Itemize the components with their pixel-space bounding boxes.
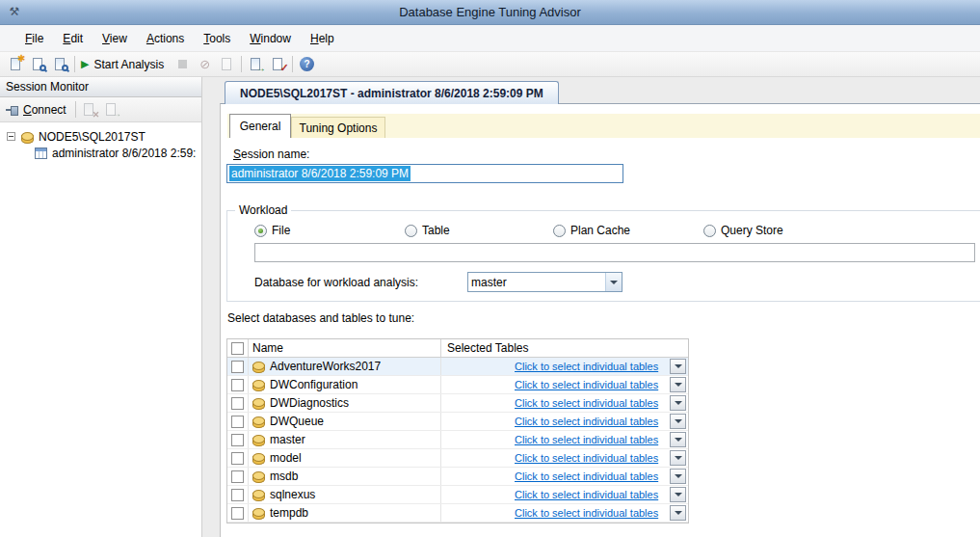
chevron-down-icon — [675, 364, 682, 368]
database-combo-dropdown-button[interactable] — [605, 273, 622, 291]
window-title: Database Engine Tuning Advisor — [0, 0, 980, 24]
menu-help[interactable]: Help — [301, 27, 344, 50]
select-tables-link[interactable]: Click to select individual tables — [515, 452, 668, 464]
tables-dropdown-button[interactable] — [670, 487, 686, 502]
tab-general[interactable]: General — [229, 114, 291, 138]
tree-root-item[interactable]: NODE5\SQL2017ST — [0, 128, 201, 145]
select-tables-link[interactable]: Click to select individual tables — [515, 489, 668, 500]
main-toolbar: ✱ ▶ Start Analysis ⊘ → ✓ ? — [0, 52, 980, 77]
radio-table[interactable]: Table — [405, 224, 450, 237]
connect-button[interactable]: Connect — [3, 99, 72, 121]
connect-label: Connect — [23, 103, 66, 117]
tables-dropdown-button[interactable] — [670, 414, 686, 429]
database-icon — [252, 415, 265, 428]
open-session-button[interactable] — [49, 54, 71, 75]
tables-dropdown-button[interactable] — [670, 505, 686, 521]
select-tables-link[interactable]: Click to select individual tables — [515, 397, 668, 409]
database-name: model — [270, 451, 302, 465]
dta-window: { "colors": { "title_bar": "#93b1d4", "t… — [0, 0, 980, 537]
tables-dropdown-button[interactable] — [670, 395, 686, 411]
database-icon — [252, 506, 265, 520]
open-workload-button[interactable] — [27, 54, 49, 75]
toolbar-separator — [292, 56, 293, 72]
select-tables-link[interactable]: Click to select individual tables — [515, 507, 668, 519]
row-checkbox[interactable] — [231, 470, 244, 483]
toolbar-separator — [75, 101, 76, 118]
database-name: sqlnexus — [270, 488, 315, 501]
database-icon — [252, 396, 265, 410]
save-session-icon — [220, 57, 235, 72]
tree-session-item[interactable]: administrator 8/6/2018 2:59: — [0, 145, 201, 161]
database-for-analysis-label: Database for workload analysis: — [254, 276, 418, 289]
apply-recommendations-button[interactable]: ✓ — [267, 54, 289, 75]
session-name-tree-label: administrator 8/6/2018 2:59: — [52, 147, 196, 160]
stop-session-icon: ✕ — [82, 102, 97, 118]
session-document-tab[interactable]: NODE5\SQL2017ST - administrator 8/6/2018… — [225, 81, 559, 104]
chevron-down-icon — [675, 456, 682, 460]
row-checkbox[interactable] — [231, 489, 244, 501]
tab-tuning-options[interactable]: Tuning Options — [291, 117, 385, 138]
databases-table: Name Selected Tables AdventureWorks2017 … — [226, 338, 689, 524]
tables-dropdown-button[interactable] — [670, 359, 686, 374]
open-workload-icon — [31, 57, 46, 72]
radio-plan-cache[interactable]: Plan Cache — [553, 224, 630, 237]
chevron-down-icon — [675, 474, 682, 478]
database-icon — [252, 378, 265, 391]
table-row: model Click to select individual tables — [227, 449, 688, 468]
radio-query-store[interactable]: Query Store — [703, 224, 783, 237]
menu-window[interactable]: Window — [240, 27, 301, 50]
database-name: msdb — [270, 470, 298, 483]
select-tables-link[interactable]: Click to select individual tables — [515, 470, 668, 482]
stop-session-button: ✕ — [79, 99, 101, 121]
database-combo-value: master — [468, 276, 605, 289]
select-all-checkbox[interactable] — [231, 342, 244, 355]
database-name: DWConfiguration — [270, 378, 358, 391]
table-row: sqlnexus Click to select individual tabl… — [227, 486, 688, 504]
menu-view[interactable]: View — [93, 27, 137, 50]
new-session-icon: ✱ — [9, 57, 24, 72]
database-combo[interactable]: master — [467, 272, 622, 292]
menu-file[interactable]: File — [15, 27, 53, 50]
radio-unselected-icon — [703, 225, 716, 237]
row-checkbox[interactable] — [231, 397, 244, 410]
new-session-button[interactable]: ✱ — [5, 54, 27, 75]
session-name-input[interactable]: administrator 8/6/2018 2:59:09 PM — [226, 164, 623, 183]
tables-dropdown-button[interactable] — [670, 377, 686, 392]
tables-dropdown-button[interactable] — [670, 469, 686, 484]
chevron-down-icon — [675, 401, 682, 405]
row-checkbox[interactable] — [231, 507, 244, 520]
help-button[interactable]: ? — [296, 54, 318, 75]
import-session-button[interactable]: → — [245, 54, 267, 75]
select-tables-link[interactable]: Click to select individual tables — [515, 361, 668, 372]
collapse-icon[interactable] — [7, 132, 15, 141]
select-tables-link[interactable]: Click to select individual tables — [515, 434, 668, 445]
table-row: AdventureWorks2017 Click to select indiv… — [227, 358, 688, 376]
session-monitor-header: Session Monitor — [0, 77, 201, 97]
workload-file-input[interactable] — [254, 243, 975, 262]
row-checkbox[interactable] — [231, 361, 244, 373]
database-icon — [252, 470, 265, 483]
radio-file[interactable]: File — [254, 224, 290, 237]
session-icon — [35, 148, 47, 159]
row-checkbox[interactable] — [231, 416, 244, 428]
table-row: tempdb Click to select individual tables — [227, 504, 688, 523]
menu-actions[interactable]: Actions — [137, 27, 194, 50]
menu-tools[interactable]: Tools — [194, 27, 240, 50]
tables-dropdown-button[interactable] — [670, 432, 686, 447]
menu-edit[interactable]: Edit — [53, 27, 93, 50]
row-checkbox[interactable] — [231, 434, 244, 446]
tables-dropdown-button[interactable] — [670, 450, 686, 466]
radio-unselected-icon — [553, 225, 566, 237]
database-name: master — [270, 433, 305, 446]
toolbar-separator — [74, 56, 75, 72]
database-icon — [252, 488, 265, 501]
row-checkbox[interactable] — [231, 452, 244, 465]
radio-selected-icon — [254, 225, 267, 237]
select-tables-link[interactable]: Click to select individual tables — [515, 379, 668, 390]
start-analysis-button[interactable]: ▶ Start Analysis — [78, 54, 172, 75]
row-checkbox[interactable] — [231, 379, 244, 391]
chevron-down-icon — [675, 419, 682, 423]
select-tables-link[interactable]: Click to select individual tables — [515, 416, 668, 427]
radio-query-store-label: Query Store — [721, 224, 783, 237]
delete-session-icon: → — [104, 102, 119, 118]
